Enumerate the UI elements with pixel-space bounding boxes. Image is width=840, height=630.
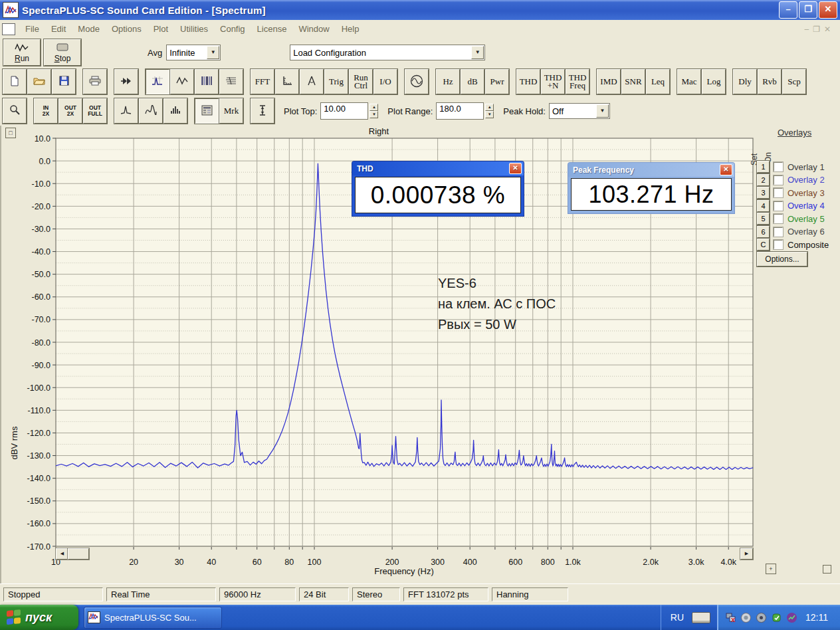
chevron-down-icon[interactable]: ▼ (207, 46, 219, 59)
expand-pane-button[interactable]: + (766, 564, 776, 574)
menu-mode[interactable]: Mode (72, 24, 106, 34)
spinner-down-icon[interactable]: ▼ (485, 111, 494, 118)
scroll-left-button[interactable]: ◀ (56, 548, 68, 560)
thd-meter-window[interactable]: THD ✕ 0.000738 % (352, 161, 524, 216)
spinner-up-icon[interactable]: ▲ (485, 104, 494, 111)
peak-frequency-window[interactable]: Peak Frequency ✕ 103.271 Hz (568, 163, 734, 213)
plot-range-spinner[interactable]: ▲▼ (485, 104, 494, 118)
peak-hold-select[interactable]: Off▼ (549, 103, 610, 119)
overlay-checkbox-2[interactable] (774, 175, 783, 185)
audio-device-icon[interactable] (756, 612, 767, 623)
power-button[interactable]: Pwr (485, 69, 509, 94)
scrollbar-thumb[interactable] (68, 548, 89, 560)
delay-button[interactable]: Dly (733, 69, 757, 94)
overlay-set-button-C[interactable]: C (757, 239, 770, 251)
menu-options[interactable]: Options (106, 24, 148, 34)
db-button[interactable]: dB (461, 69, 484, 94)
save-file-button[interactable] (52, 69, 76, 94)
corner-pane-button[interactable] (823, 565, 831, 574)
keyboard-icon[interactable] (692, 612, 710, 623)
display-options-button[interactable] (195, 98, 219, 124)
waveform-display-button[interactable] (170, 69, 194, 94)
reverb-button[interactable]: Rvb (758, 69, 782, 94)
volume-icon[interactable] (740, 612, 752, 623)
stop-button[interactable]: Stop (44, 39, 81, 66)
peak-window-titlebar[interactable]: Peak Frequency ✕ (568, 163, 734, 177)
run-control-button[interactable]: RunCtrl (349, 69, 373, 94)
signal-generator-button[interactable] (405, 69, 429, 94)
surface-display-button[interactable] (219, 69, 243, 94)
spinner-down-icon[interactable]: ▼ (369, 111, 378, 118)
trigger-button[interactable]: Trig (324, 69, 348, 94)
scaling-button[interactable] (275, 69, 299, 94)
overlay-options-button[interactable]: Options... (757, 252, 807, 266)
snr-button[interactable]: SNR (621, 69, 645, 94)
zoom-button[interactable] (3, 98, 27, 124)
run-button[interactable]: Run (3, 39, 41, 66)
minimize-button[interactable]: – (779, 1, 797, 19)
overlay-set-button-5[interactable]: 5 (757, 213, 770, 225)
imd-button[interactable]: IMD (597, 69, 621, 94)
avg-select[interactable]: Infinite ▼ (166, 45, 221, 60)
zoom-in-2x-button[interactable]: IN2X (34, 98, 58, 124)
scroll-right-button[interactable]: ▶ (740, 548, 753, 560)
zoom-out-2x-button[interactable]: OUT2X (58, 98, 82, 124)
overlay-checkbox-1[interactable] (774, 162, 783, 171)
hz-button[interactable]: Hz (436, 69, 460, 94)
fast-forward-button[interactable] (114, 69, 138, 94)
overlay-checkbox-4[interactable] (774, 201, 783, 211)
overlay-checkbox-6[interactable] (774, 227, 783, 237)
new-file-button[interactable] (3, 69, 27, 94)
spectrogram-display-button[interactable] (195, 69, 219, 94)
zoom-out-full-button[interactable]: OUTFULL (83, 98, 107, 124)
overlay-checkbox-5[interactable] (774, 214, 783, 223)
leq-button[interactable]: Leq (646, 69, 670, 94)
scope-button[interactable]: Scp (782, 69, 806, 94)
start-button[interactable]: пуск (0, 605, 78, 630)
activity-icon[interactable] (786, 612, 797, 623)
menu-file[interactable]: File (19, 24, 45, 34)
taskbar-app-button[interactable]: SpectraPLUS-SC Sou... (84, 607, 222, 629)
chevron-down-icon[interactable]: ▼ (471, 46, 484, 59)
open-file-button[interactable] (27, 69, 51, 94)
close-icon[interactable]: ✕ (509, 163, 522, 174)
restore-button[interactable]: ❐ (799, 1, 817, 19)
macro-button[interactable]: Mac (677, 69, 701, 94)
network-error-icon[interactable]: x (725, 612, 736, 623)
plot-scale-button[interactable] (251, 98, 274, 124)
peak-curve-button[interactable] (114, 98, 138, 124)
plot-top-spinner[interactable]: ▲▼ (369, 104, 378, 118)
log-button[interactable]: Log (702, 69, 726, 94)
overlay-set-button-4[interactable]: 4 (757, 200, 770, 212)
marker-button[interactable]: Mrk (219, 98, 243, 124)
menu-config[interactable]: Config (214, 24, 251, 34)
close-icon[interactable]: ✕ (720, 164, 732, 175)
overlay-set-button-1[interactable]: 1 (757, 161, 770, 173)
smooth-curve-button[interactable] (139, 98, 163, 124)
spinner-up-icon[interactable]: ▲ (369, 104, 378, 111)
child-window-controls[interactable]: –❐✕ (805, 25, 840, 34)
spectrum-window-icon[interactable] (2, 23, 15, 35)
bar-graph-button[interactable] (163, 98, 187, 124)
thd-window-titlebar[interactable]: THD ✕ (352, 161, 524, 175)
thd-n-button[interactable]: THD+N (541, 69, 565, 94)
overlay-set-button-3[interactable]: 3 (757, 187, 770, 199)
menu-license[interactable]: License (251, 24, 293, 34)
menu-plot[interactable]: Plot (148, 24, 174, 34)
close-button[interactable]: ✕ (819, 1, 837, 19)
menu-help[interactable]: Help (336, 24, 366, 34)
print-button[interactable] (83, 69, 107, 94)
menu-edit[interactable]: Edit (45, 24, 72, 34)
chevron-down-icon[interactable]: ▼ (596, 104, 609, 118)
plot-top-input[interactable]: 10.00 (320, 102, 368, 120)
phase-display-button[interactable] (300, 69, 324, 94)
overlay-checkbox-C[interactable] (774, 240, 783, 249)
menu-utilities[interactable]: Utilities (174, 24, 214, 34)
thd-freq-button[interactable]: THDFreq (566, 69, 589, 94)
spectrum-display-button[interactable] (146, 69, 169, 94)
thd-button[interactable]: THD (516, 69, 540, 94)
overlay-set-button-2[interactable]: 2 (757, 174, 770, 186)
overlay-set-button-6[interactable]: 6 (757, 226, 770, 238)
io-button[interactable]: I/O (373, 69, 397, 94)
language-bar[interactable]: RU (661, 605, 717, 630)
